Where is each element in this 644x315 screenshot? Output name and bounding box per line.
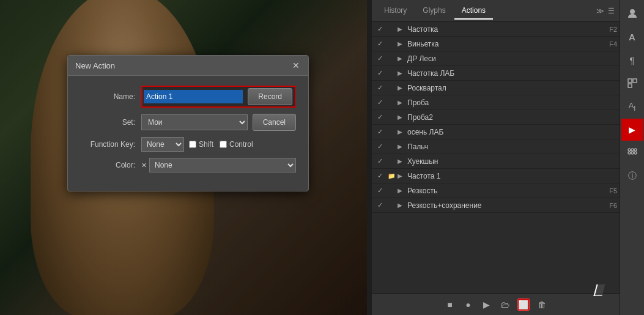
function-key-controls: NoneF1F2F3 F4F5F6 Shift Control <box>141 137 259 152</box>
function-key-label: Function Key: <box>80 140 141 149</box>
action-arrow: ▶ <box>398 114 407 120</box>
name-label: Name: <box>80 92 141 101</box>
action-name: Резкость+сохранение <box>407 201 599 210</box>
record-dot-button[interactable]: ● <box>462 298 475 311</box>
svg-point-8 <box>631 152 634 154</box>
dialog-titlebar: New Action ✕ <box>68 56 308 76</box>
new-item-button[interactable]: ⬜ <box>517 298 530 311</box>
record-button[interactable]: Record <box>248 88 292 105</box>
name-input[interactable] <box>144 90 243 103</box>
side-tool-text[interactable]: A <box>621 26 643 48</box>
color-row: Color: ✕ NoneRedOrange YellowGreenBlue <box>80 158 296 172</box>
delete-button[interactable]: 🗑 <box>536 298 548 311</box>
action-key: F5 <box>599 187 617 195</box>
action-arrow: ▶ <box>398 26 407 32</box>
tab-actions[interactable]: Actions <box>454 2 493 20</box>
action-check: ✓ <box>374 128 385 136</box>
action-arrow: ▶ <box>398 84 407 91</box>
action-item[interactable]: ✓ ▶ Хуекшын <box>372 154 620 169</box>
name-row: Name: Record <box>80 86 296 108</box>
action-item[interactable]: ✓ ▶ осень ЛАБ <box>372 125 620 139</box>
shift-checkbox-label[interactable]: Shift <box>189 140 213 149</box>
function-key-select[interactable]: NoneF1F2F3 F4F5F6 <box>141 137 184 152</box>
color-label: Color: <box>80 161 141 169</box>
svg-point-4 <box>628 149 631 151</box>
side-tool-grid[interactable] <box>621 142 643 164</box>
svg-point-9 <box>634 152 637 154</box>
action-item[interactable]: ✓ ▶ Частотка F2 <box>372 22 620 37</box>
side-tool-play[interactable]: ▶ <box>621 119 643 141</box>
action-arrow: ▶ <box>398 55 407 62</box>
svg-point-6 <box>634 149 637 151</box>
svg-rect-2 <box>633 79 637 83</box>
action-item[interactable]: ✓ ▶ Пальч <box>372 139 620 154</box>
panel-tabs-area: History Glyphs Actions ≫ ☰ ✓ ▶ Частотка … <box>372 0 620 315</box>
action-check: ✓ <box>374 69 385 77</box>
name-input-wrapper: Record <box>141 86 296 108</box>
right-panel: History Glyphs Actions ≫ ☰ ✓ ▶ Частотка … <box>372 0 644 315</box>
side-tool-paragraph[interactable]: ¶ <box>621 49 643 71</box>
close-button[interactable]: ✕ <box>291 61 301 70</box>
action-item[interactable]: ✓ ▶ Виньетка F4 <box>372 37 620 51</box>
action-item[interactable]: ✓ ▶ Резкость F5 <box>372 183 620 198</box>
action-key: F6 <box>599 202 617 209</box>
action-check: ✓ <box>374 54 385 62</box>
stop-button[interactable]: ■ <box>444 298 456 311</box>
action-item[interactable]: ✓ ▶ Резкость+сохранение F6 <box>372 198 620 213</box>
action-check: ✓ <box>374 84 385 92</box>
svg-point-0 <box>630 9 635 14</box>
tab-history[interactable]: History <box>377 2 414 20</box>
action-item[interactable]: ✓ ▶ Росквартал <box>372 81 620 95</box>
control-checkbox-label[interactable]: Control <box>220 140 253 149</box>
tab-more-area: ≫ ☰ <box>596 7 615 15</box>
action-check: ✓ <box>374 113 385 121</box>
action-name: Частота 1 <box>407 172 599 180</box>
side-tool-user[interactable] <box>621 2 643 24</box>
side-tools: A ¶ AI ▶ ⓘ <box>620 0 644 315</box>
svg-point-5 <box>631 149 634 151</box>
play-button[interactable]: ▶ <box>481 298 493 311</box>
tab-glyphs[interactable]: Glyphs <box>415 2 453 20</box>
menu-icon[interactable]: ☰ <box>608 7 615 15</box>
action-item[interactable]: ✓ ▶ Частотка ЛАБ <box>372 66 620 81</box>
set-select[interactable]: Мои Default Actions <box>141 114 248 130</box>
new-action-dialog: New Action ✕ Name: Record Set: Мои Defau… <box>67 55 309 191</box>
action-name: Частотка ЛАБ <box>407 69 599 78</box>
action-name: ДР Леси <box>407 54 599 63</box>
action-check: ✓ <box>374 143 385 150</box>
action-name: Хуекшын <box>407 157 599 166</box>
actions-list: ✓ ▶ Частотка F2 ✓ ▶ Виньетка F4 ✓ ▶ ДР Л… <box>372 22 620 293</box>
folder-button[interactable]: 🗁 <box>499 298 511 311</box>
action-name: Проба2 <box>407 113 599 122</box>
side-tool-text2[interactable]: AI <box>621 95 643 117</box>
color-select[interactable]: NoneRedOrange YellowGreenBlue <box>149 158 296 172</box>
action-name: Пальч <box>407 143 599 151</box>
action-check: ✓ <box>374 25 385 33</box>
action-item[interactable]: ✓ ▶ Проба2 <box>372 110 620 125</box>
side-tool-num5[interactable] <box>621 72 643 94</box>
action-item[interactable]: ✓ ▶ Проба <box>372 95 620 110</box>
action-check: ✓ <box>374 201 385 209</box>
action-arrow: ▶ <box>398 40 407 47</box>
shift-checkbox[interactable] <box>189 141 196 148</box>
action-item[interactable]: ✓ ▶ ДР Леси <box>372 51 620 66</box>
more-icon[interactable]: ≫ <box>596 7 604 15</box>
action-name: Виньетка <box>407 40 599 48</box>
shift-label: Shift <box>199 140 213 149</box>
set-row: Set: Мои Default Actions Cancel <box>80 114 296 131</box>
action-check: ✓ <box>374 40 385 48</box>
action-folder-icon: 📁 <box>385 172 398 179</box>
cancel-button[interactable]: Cancel <box>253 114 296 131</box>
side-tool-info[interactable]: ⓘ <box>621 165 643 187</box>
action-key: F4 <box>599 40 617 48</box>
action-name: Резкость <box>407 187 599 195</box>
color-select-wrap: ✕ NoneRedOrange YellowGreenBlue <box>141 158 296 172</box>
action-arrow: ▶ <box>398 143 407 150</box>
action-check: ✓ <box>374 157 385 165</box>
action-arrow: ▶ <box>398 172 407 179</box>
control-checkbox[interactable] <box>220 141 227 148</box>
action-name: Проба <box>407 98 599 107</box>
set-label: Set: <box>80 118 141 127</box>
action-item[interactable]: ✓ 📁 ▶ Частота 1 <box>372 169 620 183</box>
action-key: F2 <box>599 26 617 33</box>
